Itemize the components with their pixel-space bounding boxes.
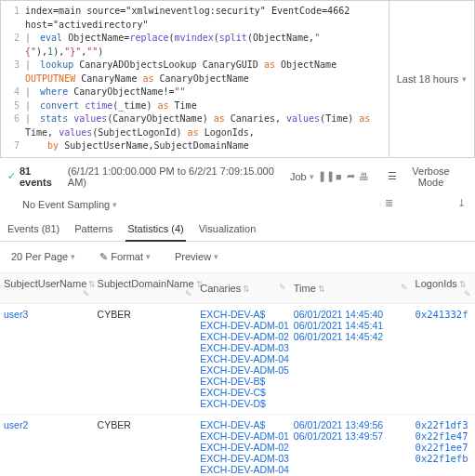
time-range-label: Last 18 hours: [397, 73, 459, 85]
event-count: 81 events: [20, 165, 64, 188]
cell-domain: CYBER: [94, 303, 197, 414]
list-icon[interactable]: ≣: [383, 197, 396, 210]
line-number: 2: [7, 32, 20, 59]
tab-visualization[interactable]: Visualization: [197, 218, 258, 241]
table-row: user2CYBEREXCH-DEV-A$EXCH-DEV-ADM-01EXCH…: [0, 414, 475, 476]
col-subjectusername[interactable]: SubjectUserName⇅✎: [0, 272, 94, 303]
check-icon: ✓: [7, 170, 16, 182]
line-number: 1: [7, 5, 20, 32]
tab-patterns[interactable]: Patterns: [73, 218, 114, 241]
line-number: 3: [7, 59, 20, 86]
line-number: 7: [7, 139, 20, 153]
table-row: user3CYBEREXCH-DEV-A$EXCH-DEV-ADM-01EXCH…: [0, 303, 475, 414]
time-range-text: (6/1/21 1:00:00.000 PM to 6/2/21 7:09:15…: [68, 165, 284, 188]
stop-icon[interactable]: ■: [333, 170, 345, 183]
cell-canaries: EXCH-DEV-A$EXCH-DEV-ADM-01EXCH-DEV-ADM-0…: [196, 414, 290, 476]
search-bar: 1index=main source="xmlwineventlog:secur…: [0, 0, 475, 158]
search-mode[interactable]: ☰ Verbose Mode: [382, 164, 468, 190]
search-input[interactable]: 1index=main source="xmlwineventlog:secur…: [1, 1, 389, 157]
line-number: 6: [7, 112, 20, 139]
line-number: 4: [7, 86, 20, 99]
cell-user[interactable]: user3: [0, 303, 94, 414]
per-page[interactable]: 20 Per Page: [6, 249, 81, 265]
format-menu[interactable]: ✎ Format: [94, 249, 156, 265]
line-number: 5: [7, 99, 20, 113]
tab-statistics-[interactable]: Statistics (4): [125, 218, 186, 242]
job-menu[interactable]: Job: [284, 169, 320, 184]
cell-time: 06/01/2021 14:45:4006/01/2021 14:45:4106…: [290, 303, 412, 414]
result-tabs: Events (81)PatternsStatistics (4)Visuali…: [0, 218, 475, 242]
event-sampling[interactable]: No Event Sampling: [17, 197, 123, 212]
col-logonids[interactable]: LogonIds⇅✎: [412, 272, 475, 303]
cell-user[interactable]: user2: [0, 414, 94, 476]
pause-icon[interactable]: ❚❚: [320, 170, 333, 183]
results-toolbar: 20 Per Page ✎ Format Preview: [0, 242, 475, 272]
preview-menu[interactable]: Preview: [169, 249, 224, 265]
cell-logonids: 0x241332f: [412, 303, 475, 414]
tab-events-[interactable]: Events (81): [6, 218, 61, 241]
cell-time: 06/01/2021 13:49:5606/01/2021 13:49:57: [290, 414, 412, 476]
cell-domain: CYBER: [94, 414, 197, 476]
search-status-bar: ✓ 81 events (6/1/21 1:00:00.000 PM to 6/…: [0, 158, 475, 195]
cell-canaries: EXCH-DEV-A$EXCH-DEV-ADM-01EXCH-DEV-ADM-0…: [196, 303, 290, 414]
col-canaries[interactable]: Canaries⇅✎: [196, 272, 290, 303]
share-icon[interactable]: ➦: [345, 170, 357, 183]
results-table: SubjectUserName⇅✎SubjectDomainName⇅✎Cana…: [0, 272, 475, 477]
cell-logonids: 0x22f1df30x22f1e470x22f1ee70x22f1efb: [412, 414, 475, 476]
col-time[interactable]: Time⇅✎: [290, 272, 412, 303]
col-subjectdomainname[interactable]: SubjectDomainName⇅✎: [94, 272, 197, 303]
print-icon[interactable]: 🖶: [357, 170, 369, 183]
time-range-picker[interactable]: Last 18 hours: [389, 1, 474, 157]
download-icon[interactable]: ⤓: [455, 197, 468, 210]
